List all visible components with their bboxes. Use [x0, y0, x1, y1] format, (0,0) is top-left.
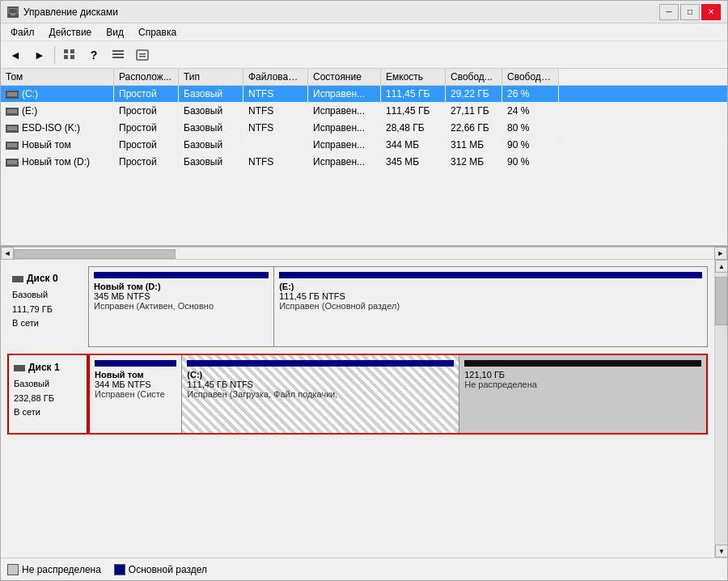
disk0-info: Диск 0 Базовый 111,79 ГБ В сети	[7, 266, 88, 347]
disk0-partition-0[interactable]: Новый том (D:) 345 МБ NTFS Исправен (Акт…	[89, 267, 274, 346]
disk0-partition-1[interactable]: (E:) 111,45 ГБ NTFS Исправен (Основной р…	[274, 267, 707, 346]
cell-capacity-1: 111,45 ГБ	[381, 103, 446, 119]
svg-rect-11	[139, 53, 146, 55]
menu-bar: Файл Действие Вид Справка	[1, 23, 727, 41]
disk1-p1-header	[187, 360, 454, 367]
list-header: Том Располож... Тип Файловая с... Состоя…	[1, 69, 727, 86]
list-rows-container: (C:) Простой Базовый NTFS Исправен... 11…	[1, 86, 727, 171]
disk1-type: Базовый	[14, 377, 82, 392]
vscroll-down-btn[interactable]: ▼	[715, 545, 727, 558]
disk1-partition-2[interactable]: 121,10 ГБ Не распределена	[459, 355, 706, 433]
cell-free-1: 27,11 ГБ	[446, 103, 502, 119]
cell-loc-0: Простой	[114, 86, 179, 102]
header-name[interactable]: Том	[1, 69, 114, 85]
menu-view[interactable]: Вид	[99, 25, 130, 40]
hscroll-right-btn[interactable]: ►	[714, 247, 727, 260]
hscroll-thumb[interactable]	[14, 249, 176, 259]
cell-capacity-0: 111,45 ГБ	[381, 86, 446, 102]
list-view[interactable]: Том Располож... Тип Файловая с... Состоя…	[1, 69, 727, 247]
disk1-info: Диск 1 Базовый 232,88 ГБ В сети	[7, 354, 88, 435]
minimize-button[interactable]: ─	[659, 4, 679, 20]
disk0-p1-header	[279, 272, 702, 278]
cell-freepct-2: 80 %	[502, 120, 559, 136]
disk1-partitions: Новый том 344 МБ NTFS Исправен (Систе (C…	[88, 354, 708, 435]
vscroll-up-btn[interactable]: ▲	[715, 260, 727, 273]
header-capacity[interactable]: Емкость	[381, 69, 446, 85]
cell-type-4: Базовый	[179, 154, 243, 170]
app-icon	[7, 6, 19, 18]
disk1-icon	[14, 365, 25, 371]
title-bar-controls: ─ □ ✕	[659, 4, 721, 20]
cell-fs-1: NTFS	[243, 103, 308, 119]
forward-button[interactable]: ►	[28, 45, 51, 66]
cell-capacity-3: 344 МБ	[381, 137, 446, 153]
menu-file[interactable]: Файл	[4, 25, 41, 40]
cell-status-3: Исправен...	[308, 137, 381, 153]
disk1-partition-1[interactable]: (C:) 111,45 ГБ NTFS Исправен (Загрузка, …	[182, 355, 459, 433]
disk1-status: В сети	[14, 405, 82, 420]
disk0-p1-name: (E:)	[279, 282, 702, 291]
disk0-size: 111,79 ГБ	[12, 303, 83, 317]
header-fs[interactable]: Файловая с...	[243, 69, 308, 85]
disk0-p0-name: Новый том (D:)	[94, 282, 269, 291]
close-button[interactable]: ✕	[701, 4, 721, 20]
disk-map-container: Диск 0 Базовый 111,79 ГБ В сети Новый то…	[1, 260, 727, 558]
tree-button[interactable]	[58, 45, 81, 66]
toolbar: ◄ ► ?	[1, 41, 727, 69]
menu-action[interactable]: Действие	[43, 25, 99, 40]
header-status[interactable]: Состояние	[308, 69, 381, 85]
vscroll-track[interactable]	[715, 273, 727, 545]
disk1-p1-name: (C:)	[187, 370, 454, 380]
cell-free-3: 311 МБ	[446, 137, 502, 153]
help-button[interactable]: ?	[83, 45, 105, 66]
cell-fs-0: NTFS	[243, 86, 308, 102]
legend-unallocated-label: Не распределена	[22, 564, 101, 575]
list-row-2[interactable]: ESD-ISO (K:) Простой Базовый NTFS Исправ…	[1, 120, 727, 137]
disk0-p1-status: Исправен (Основной раздел)	[279, 301, 702, 311]
disk1-name: Диск 1	[28, 360, 60, 375]
cell-free-2: 22,66 ГБ	[446, 120, 502, 136]
cell-fs-4: NTFS	[243, 154, 308, 170]
header-free[interactable]: Свобод...	[446, 69, 502, 85]
svg-rect-5	[70, 49, 74, 53]
disk1-p0-name: Новый том	[95, 370, 176, 380]
list-row-4[interactable]: Новый том (D:) Простой Базовый NTFS Испр…	[1, 154, 727, 171]
maximize-button[interactable]: □	[680, 4, 700, 20]
cell-status-4: Исправен...	[308, 154, 381, 170]
disk1-partition-0[interactable]: Новый том 344 МБ NTFS Исправен (Систе	[90, 355, 182, 433]
info-button[interactable]	[131, 45, 154, 66]
list-row-1[interactable]: (E:) Простой Базовый NTFS Исправен... 11…	[1, 103, 727, 120]
disk1-p2-status: Не распределена	[464, 380, 701, 389]
vscroll-thumb[interactable]	[715, 277, 727, 325]
legend-unallocated-box	[7, 564, 19, 575]
disk1-p0-status: Исправен (Систе	[95, 389, 176, 399]
header-location[interactable]: Располож...	[114, 69, 179, 85]
cell-freepct-1: 24 %	[502, 103, 559, 119]
svg-rect-3	[64, 49, 68, 53]
properties-button[interactable]	[107, 45, 129, 66]
header-type[interactable]: Тип	[179, 69, 243, 85]
bottom-bar: Не распределена Основной раздел	[1, 558, 727, 580]
cell-name-1: (E:)	[1, 103, 114, 119]
disk1-p1-status: Исправен (Загрузка, Файл подкачки,	[187, 389, 454, 399]
hscroll-track[interactable]	[14, 248, 714, 259]
vertical-scrollbar[interactable]: ▲ ▼	[714, 260, 727, 558]
disk0-partitions: Новый том (D:) 345 МБ NTFS Исправен (Акт…	[88, 266, 708, 347]
cell-freepct-0: 26 %	[502, 86, 559, 102]
cell-capacity-2: 28,48 ГБ	[381, 120, 446, 136]
disk0-icon	[12, 276, 23, 282]
cell-free-4: 312 МБ	[446, 154, 502, 170]
header-freepct[interactable]: Свободно %	[502, 69, 559, 85]
disk1-p0-size: 344 МБ NTFS	[95, 380, 176, 389]
cell-type-1: Базовый	[179, 103, 243, 119]
cell-status-2: Исправен...	[308, 120, 381, 136]
menu-help[interactable]: Справка	[132, 25, 183, 40]
list-row-3[interactable]: Новый том Простой Базовый Исправен... 34…	[1, 137, 727, 154]
hscroll-left-btn[interactable]: ◄	[1, 247, 14, 260]
cell-free-0: 29,22 ГБ	[446, 86, 502, 102]
back-button[interactable]: ◄	[4, 45, 27, 66]
disk0-p1-size: 111,45 ГБ NTFS	[279, 291, 702, 301]
list-row-0[interactable]: (C:) Простой Базовый NTFS Исправен... 11…	[1, 86, 727, 103]
svg-rect-12	[139, 56, 146, 57]
horizontal-scrollbar[interactable]: ◄ ►	[1, 247, 727, 260]
